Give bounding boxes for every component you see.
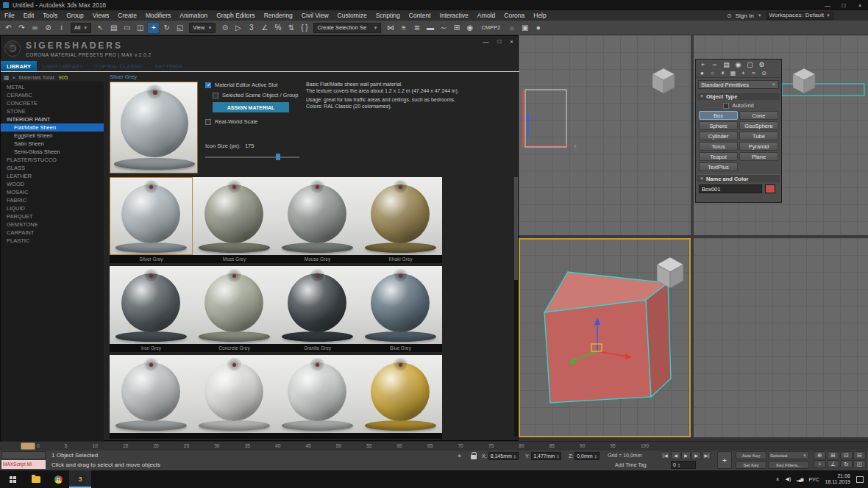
select-and-manipulate-icon[interactable]: ▷ <box>232 22 244 34</box>
scene-object-checkbox[interactable] <box>213 93 218 98</box>
network-icon[interactable]: ▂▄▆ <box>797 477 803 481</box>
sidebar-category[interactable]: METAL <box>1 83 104 91</box>
selection-lock-icon[interactable] <box>471 455 477 459</box>
zoom-extents-icon[interactable]: ⊡ <box>840 451 853 459</box>
menu-item[interactable]: Help <box>529 10 550 21</box>
select-by-name-icon[interactable]: ▤ <box>107 22 120 34</box>
space-warps-icon[interactable]: ≈ <box>749 70 758 76</box>
material-item[interactable] <box>193 355 276 439</box>
selected-box-object[interactable] <box>544 272 671 403</box>
plugin-tab[interactable]: TOP RAL CLASSIC <box>89 61 149 71</box>
absolute-mode-icon[interactable]: ⌖ <box>458 452 461 460</box>
time-slider-grip[interactable] <box>21 442 35 450</box>
maximize-viewport-icon[interactable]: ◰ <box>853 460 866 468</box>
object-type-button[interactable]: Cone <box>739 111 778 120</box>
object-type-button[interactable]: GeoSphere <box>739 121 778 130</box>
autogrid-checkbox[interactable] <box>723 103 729 109</box>
sidebar-category[interactable]: CERAMIC <box>1 91 104 99</box>
menu-item[interactable]: Create <box>113 10 141 21</box>
spinner-icon[interactable]: ▲▼ <box>677 463 680 467</box>
y-field[interactable]: 1,477mm ▲▼ <box>531 452 561 460</box>
bind-to-space-warp-icon[interactable]: ≀ <box>55 22 68 34</box>
next-frame-icon[interactable]: ▶ <box>691 451 701 459</box>
utilities-tab-icon[interactable]: ⚙ <box>756 61 767 68</box>
key-filters-button[interactable]: Key Filters... <box>768 461 809 469</box>
sidebar-category[interactable]: LEATHER <box>1 172 104 180</box>
scrollbar-thumb[interactable] <box>514 177 518 280</box>
zoom-region-icon[interactable]: ⊟ <box>853 451 866 459</box>
zoom-icon[interactable]: ⊕ <box>814 451 826 459</box>
start-button[interactable] <box>0 470 25 488</box>
chrome-taskbar-icon[interactable] <box>47 470 69 488</box>
object-type-button[interactable]: TextPlus <box>699 162 738 171</box>
menu-item[interactable]: Rendering <box>260 10 297 21</box>
select-object-icon[interactable]: ↖ <box>94 22 107 34</box>
helpers-icon[interactable]: ⌖ <box>739 70 748 77</box>
rectangular-selection-region-icon[interactable]: ▭ <box>121 22 133 34</box>
unlink-selection-icon[interactable]: ⊘ <box>42 22 54 34</box>
render-production-icon[interactable]: ● <box>532 22 544 34</box>
maxscript-mini-listener[interactable]: MAXScript Mi <box>1 460 46 469</box>
name-and-color-rollout-header[interactable]: ▼ Name and Color <box>697 174 780 182</box>
close-panel-icon[interactable]: × <box>13 74 16 81</box>
language-indicator[interactable]: РУС <box>808 477 819 482</box>
sidebar-category[interactable]: PLASTER/STUCCO <box>1 156 104 164</box>
material-item[interactable]: Khaki Grey <box>359 177 442 263</box>
play-icon[interactable]: ▶ <box>681 451 691 459</box>
edit-named-selection-sets-icon[interactable]: { } <box>298 22 310 34</box>
select-and-link-icon[interactable]: ∞ <box>29 22 41 34</box>
lights-icon[interactable]: ☀ <box>718 70 728 76</box>
grid-view-icon[interactable]: ▦ <box>4 74 10 81</box>
object-type-button[interactable]: Torus <box>699 142 738 151</box>
use-center-icon[interactable]: ⊙ <box>218 22 231 34</box>
current-frame-field[interactable]: 0 ▲▼ <box>671 461 696 469</box>
go-to-end-icon[interactable]: ▶| <box>702 451 711 459</box>
material-grid-scrollbar[interactable] <box>514 177 518 437</box>
tray-expand-icon[interactable]: ∧ <box>775 476 779 482</box>
sidebar-category[interactable]: Flat/Matte Sheen <box>1 123 104 132</box>
material-editor-icon[interactable]: ◉ <box>463 22 476 34</box>
slider-handle[interactable] <box>276 154 280 160</box>
workspace-selector[interactable]: Workspaces: Default ▼ <box>766 12 834 20</box>
sidebar-category[interactable]: MOSAIC <box>1 188 104 196</box>
rendered-frame-window-icon[interactable]: ▣ <box>519 22 531 34</box>
auto-key-button[interactable]: Auto Key <box>736 451 766 459</box>
selection-filter-dropdown[interactable]: All ▼ <box>71 23 91 33</box>
object-type-button[interactable]: Plane <box>739 152 778 161</box>
object-type-rollout-header[interactable]: ▼ Object Type <box>697 92 780 100</box>
sidebar-category[interactable]: GEMSTONE <box>1 220 104 229</box>
sidebar-category[interactable]: LIQUID <box>1 204 104 212</box>
menu-item[interactable]: Arnold <box>473 10 500 21</box>
action-center-icon[interactable] <box>856 476 864 483</box>
maximize-icon[interactable]: □ <box>836 2 852 9</box>
close-icon[interactable]: × <box>852 2 868 9</box>
modify-tab-icon[interactable]: ∼ <box>709 61 720 68</box>
sidebar-category[interactable]: GLASS <box>1 164 104 172</box>
wireframe-box-front-view[interactable]: x <box>523 90 577 148</box>
undo-icon[interactable]: ↶ <box>2 22 15 34</box>
menu-item[interactable]: Tools <box>38 10 62 21</box>
object-type-button[interactable]: Cylinder <box>699 132 738 140</box>
volume-icon[interactable]: ◀) <box>786 476 791 482</box>
menu-item[interactable]: Animation <box>175 10 212 21</box>
material-item[interactable]: Iron Grey <box>110 266 193 352</box>
maximize-icon[interactable]: □ <box>497 38 501 45</box>
mirror-icon[interactable]: ⋈ <box>384 22 396 34</box>
plugin-tab[interactable]: SETTINGS <box>149 61 189 71</box>
material-item[interactable] <box>110 355 193 439</box>
layer-manager-icon[interactable]: ≣ <box>410 22 423 34</box>
add-time-tag[interactable]: Add Time Tag <box>615 462 647 467</box>
sidebar-category[interactable]: INTERIOR PAINT <box>1 115 104 123</box>
menu-item[interactable]: Graph Editors <box>212 10 259 21</box>
sidebar-category[interactable]: Satin Sheen <box>1 140 104 148</box>
sidebar-category[interactable]: Eggshell Sheen <box>1 132 104 140</box>
motion-tab-icon[interactable]: ◉ <box>733 61 744 68</box>
sidebar-category[interactable]: WOOD <box>1 180 104 188</box>
set-key-button[interactable]: Set Key <box>736 461 766 469</box>
named-selection-set-dropdown[interactable]: Create Selection Se ▼ <box>313 23 381 33</box>
menu-item[interactable]: Civil View <box>297 10 333 21</box>
menu-item[interactable]: Corona <box>499 10 529 21</box>
menu-item[interactable]: File <box>0 10 19 21</box>
sidebar-category[interactable]: CARPAINT <box>1 229 104 237</box>
go-to-start-icon[interactable]: |◀ <box>661 451 670 459</box>
